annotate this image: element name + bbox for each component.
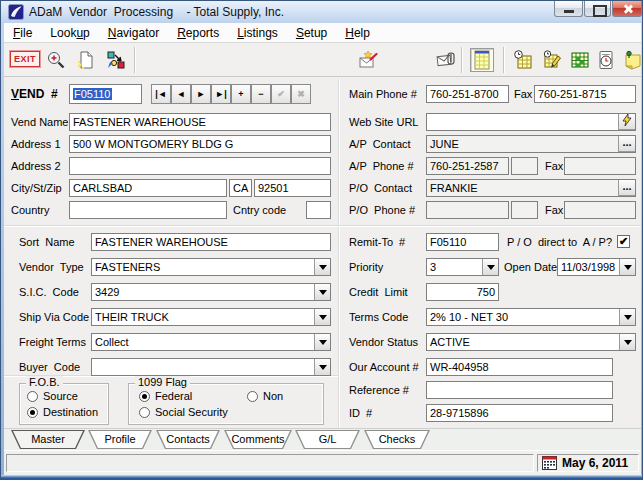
flag-social-security-radio[interactable]: Social Security xyxy=(139,406,228,418)
close-button[interactable] xyxy=(612,1,642,17)
tab-master[interactable]: Master xyxy=(11,430,85,449)
our-account-input[interactable]: WR-404958 xyxy=(426,358,613,376)
chevron-down-icon[interactable] xyxy=(619,334,635,350)
url-launch-button[interactable] xyxy=(618,114,635,130)
nav-first-button[interactable]: |◄ xyxy=(151,84,171,104)
chevron-down-icon[interactable] xyxy=(314,309,330,325)
tab-gl[interactable]: G/L xyxy=(295,430,360,449)
menu-navigator[interactable]: Navigator xyxy=(99,23,168,43)
zip-input[interactable]: 92501 xyxy=(254,179,331,197)
buyer-code-select[interactable] xyxy=(91,358,331,376)
zoom-search-icon[interactable] xyxy=(44,48,68,72)
nav-prior-button[interactable]: ◄ xyxy=(171,84,191,104)
chevron-down-icon[interactable] xyxy=(482,259,498,275)
compose-mail-icon[interactable] xyxy=(357,48,381,72)
id-number-input[interactable]: 28-9715896 xyxy=(426,404,613,422)
calendar-clock-icon[interactable] xyxy=(511,48,535,72)
ship-via-select[interactable]: THEIR TRUCK xyxy=(91,308,331,326)
flag-federal-radio[interactable]: Federal xyxy=(139,390,192,402)
chevron-down-icon[interactable] xyxy=(619,309,635,325)
minimize-button[interactable] xyxy=(554,1,583,17)
po-fax-input[interactable] xyxy=(564,201,636,219)
document-clock-icon[interactable] xyxy=(594,48,618,72)
fob-groupbox: F.O.B. Source Destination xyxy=(19,383,109,425)
calendar-edit-icon[interactable] xyxy=(540,48,564,72)
po-contact-input[interactable]: FRANKIE xyxy=(426,179,636,197)
vendor-status-select[interactable]: ACTIVE xyxy=(426,333,636,351)
sort-name-label: Sort Name xyxy=(19,233,75,251)
tab-checks[interactable]: Checks xyxy=(364,430,430,449)
chevron-down-icon[interactable] xyxy=(619,259,635,275)
sticky-note-icon[interactable] xyxy=(620,48,643,72)
chevron-down-icon[interactable] xyxy=(314,334,330,350)
po-fax-label: Fax xyxy=(545,201,563,219)
menu-file[interactable]: File xyxy=(4,23,41,43)
flag-non-radio[interactable]: Non xyxy=(247,390,283,402)
toolbar: EXIT xyxy=(4,43,641,77)
vend-number-input[interactable]: F05110 xyxy=(69,84,142,104)
vendor-type-select[interactable]: FASTENERS xyxy=(91,258,331,276)
flag-1099-caption: 1099 Flag xyxy=(135,376,190,388)
tab-profile[interactable]: Profile xyxy=(88,430,152,449)
ap-contact-input[interactable]: JUNE xyxy=(426,135,636,153)
main-phone-input[interactable]: 760-251-8700 xyxy=(426,85,509,103)
nav-next-button[interactable]: ► xyxy=(191,84,211,104)
open-date-select[interactable]: 11/03/1998 xyxy=(557,258,636,276)
chevron-down-icon[interactable] xyxy=(314,284,330,300)
ap-phone-input[interactable]: 760-251-2587 xyxy=(426,157,509,175)
po-direct-checkbox[interactable]: ✔ xyxy=(617,235,630,248)
priority-select[interactable]: 3 xyxy=(426,258,499,276)
browse-grid-icon[interactable] xyxy=(470,48,494,72)
menu-help[interactable]: Help xyxy=(336,23,379,43)
table-icon[interactable] xyxy=(568,48,592,72)
sic-code-select[interactable]: 3429 xyxy=(91,283,331,301)
terms-code-select[interactable]: 2% 10 - NET 30 xyxy=(426,308,636,326)
radio-icon xyxy=(139,407,150,418)
nav-cancel-button[interactable]: ✖ xyxy=(291,84,311,104)
navigator-icon[interactable] xyxy=(104,48,128,72)
menu-setup[interactable]: Setup xyxy=(287,23,336,43)
reference-input[interactable] xyxy=(426,381,613,399)
main-fax-input[interactable]: 760-251-8715 xyxy=(534,85,636,103)
menu-reports[interactable]: Reports xyxy=(168,23,228,43)
nav-post-button[interactable]: ✔ xyxy=(271,84,291,104)
fob-destination-radio[interactable]: Destination xyxy=(27,406,98,418)
our-account-label: Our Account # xyxy=(349,358,419,376)
tab-contacts[interactable]: Contacts xyxy=(156,430,220,449)
ap-contact-lookup-button[interactable]: ... xyxy=(618,136,635,152)
remit-to-input[interactable]: F05110 xyxy=(426,233,499,251)
web-url-input[interactable] xyxy=(426,113,636,131)
po-contact-lookup-button[interactable]: ... xyxy=(618,180,635,196)
freight-terms-select[interactable]: Collect xyxy=(91,333,331,351)
menu-lookup[interactable]: Lookup xyxy=(41,23,98,43)
new-document-icon[interactable] xyxy=(74,48,98,72)
state-input[interactable]: CA xyxy=(229,179,252,197)
po-phone-input[interactable] xyxy=(426,201,509,219)
radio-selected-icon xyxy=(27,407,38,418)
menu-listings[interactable]: Listings xyxy=(228,23,287,43)
sort-name-input[interactable]: FASTENER WAREHOUSE xyxy=(91,233,331,251)
country-input[interactable] xyxy=(69,201,227,219)
nav-insert-button[interactable]: + xyxy=(231,84,251,104)
chevron-down-icon[interactable] xyxy=(314,259,330,275)
vend-name-input[interactable]: FASTENER WAREHOUSE xyxy=(69,113,331,131)
ap-fax-input[interactable] xyxy=(564,157,636,175)
po-phone-ext-input[interactable] xyxy=(511,201,538,219)
cntry-code-input[interactable] xyxy=(306,201,331,219)
address1-input[interactable]: 500 W MONTGOMERY BLDG G xyxy=(69,135,331,153)
po-phone-label: P/O Phone # xyxy=(349,201,415,219)
exit-button[interactable]: EXIT xyxy=(10,51,40,67)
fob-source-radio[interactable]: Source xyxy=(27,390,78,402)
chevron-down-icon[interactable] xyxy=(314,359,330,375)
mail-attachment-icon[interactable] xyxy=(434,48,458,72)
credit-limit-input[interactable]: 750 xyxy=(426,283,499,301)
tab-comments[interactable]: Comments xyxy=(224,430,292,449)
buyer-code-label: Buyer Code xyxy=(19,358,80,376)
nav-delete-button[interactable]: − xyxy=(251,84,271,104)
maximize-button[interactable] xyxy=(584,1,611,17)
address2-input[interactable] xyxy=(69,157,331,175)
status-message-panel xyxy=(6,454,534,472)
ap-phone-ext-input[interactable] xyxy=(511,157,538,175)
city-input[interactable]: CARLSBAD xyxy=(69,179,227,197)
nav-last-button[interactable]: ►| xyxy=(211,84,231,104)
